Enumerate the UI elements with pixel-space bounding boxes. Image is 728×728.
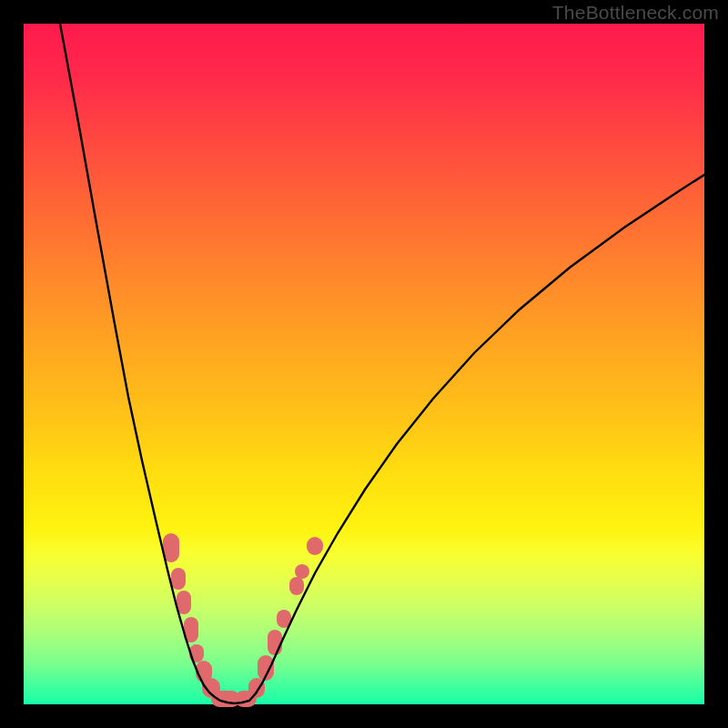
watermark-text: TheBottleneck.com <box>552 2 719 24</box>
bottleneck-curve <box>24 24 704 704</box>
curve-path <box>60 24 704 703</box>
plot-area <box>24 24 704 704</box>
frame-right <box>704 0 728 728</box>
frame-bottom <box>0 704 728 728</box>
frame-left <box>0 0 24 728</box>
